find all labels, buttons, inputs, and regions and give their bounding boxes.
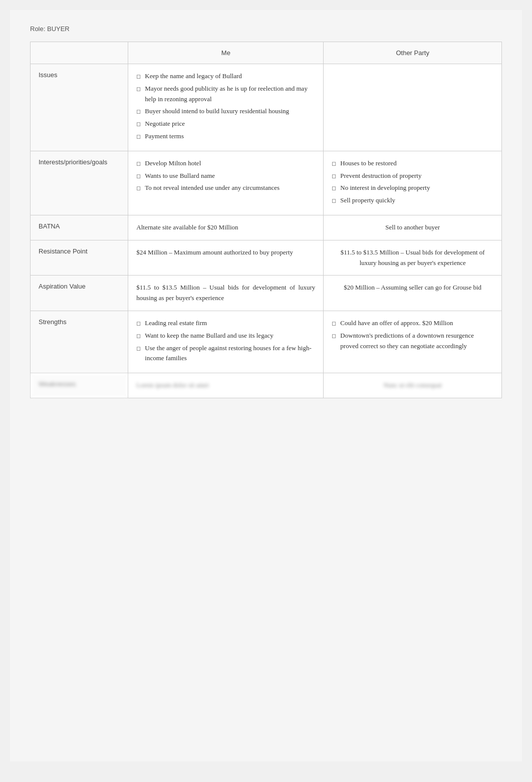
negotiation-table: Me Other Party IssuesKeep the name and l… [30, 42, 502, 398]
other-text-weaknesses: Nunc ut elit consequat [332, 380, 493, 391]
me-cell-weaknesses: Lorem ipsum dolor sit amet [128, 373, 324, 398]
me-text-batna: Alternate site available for $20 Million [136, 222, 315, 233]
me-cell-issues: Keep the name and legacy of BullardMayor… [128, 64, 324, 151]
role-label: Role: BUYER [30, 25, 502, 33]
category-cell-strengths: Strengths [31, 311, 128, 373]
me-text-resistance: $24 Million – Maximum amount authorized … [136, 247, 315, 258]
header-category [31, 42, 128, 64]
header-other: Other Party [324, 42, 502, 64]
list-item: No interest in developing property [332, 183, 493, 193]
other-bullets-strengths: Could have an offer of approx. $20 Milli… [332, 318, 493, 351]
category-cell-aspiration: Aspiration Value [31, 276, 128, 311]
category-cell-batna: BATNA [31, 215, 128, 240]
category-cell-interests: Interests/priorities/goals [31, 151, 128, 215]
other-text-aspiration: $20 Million – Assuming seller can go for… [332, 283, 493, 293]
me-cell-interests: Develop Milton hotelWants to use Bullard… [128, 151, 324, 215]
table-row-aspiration: Aspiration Value$11.5 to $13.5 Million –… [31, 276, 502, 311]
table-row-issues: IssuesKeep the name and legacy of Bullar… [31, 64, 502, 151]
list-item: Houses to be restored [332, 158, 493, 169]
category-cell-resistance: Resistance Point [31, 240, 128, 276]
other-cell-resistance: $11.5 to $13.5 Million – Usual bids for … [324, 240, 502, 276]
table-row-batna: BATNAAlternate site available for $20 Mi… [31, 215, 502, 240]
list-item: Mayor needs good publicity as he is up f… [136, 84, 315, 105]
me-cell-batna: Alternate site available for $20 Million [128, 215, 324, 240]
list-item: Payment terms [136, 131, 315, 142]
list-item: Buyer should intend to build luxury resi… [136, 106, 315, 117]
page-wrapper: Role: BUYER Me Other Party IssuesKeep th… [10, 10, 522, 761]
other-text-batna: Sell to another buyer [332, 222, 493, 233]
list-item: Downtown's predictions of a downtown res… [332, 331, 493, 352]
other-cell-strengths: Could have an offer of approx. $20 Milli… [324, 311, 502, 373]
list-item: Could have an offer of approx. $20 Milli… [332, 318, 493, 329]
table-row-interests: Interests/priorities/goalsDevelop Milton… [31, 151, 502, 215]
me-bullets-issues: Keep the name and legacy of BullardMayor… [136, 71, 315, 142]
me-bullets-strengths: Leading real estate firmWant to keep the… [136, 318, 315, 364]
me-cell-strengths: Leading real estate firmWant to keep the… [128, 311, 324, 373]
list-item: To not reveal intended use under any cir… [136, 183, 315, 193]
me-text-weaknesses: Lorem ipsum dolor sit amet [136, 380, 315, 391]
category-cell-issues: Issues [31, 64, 128, 151]
list-item: Develop Milton hotel [136, 158, 315, 169]
other-cell-aspiration: $20 Million – Assuming seller can go for… [324, 276, 502, 311]
table-row-weaknesses: WeaknessesLorem ipsum dolor sit ametNunc… [31, 373, 502, 398]
list-item: Use the anger of people against restorin… [136, 343, 315, 364]
other-cell-interests: Houses to be restoredPrevent destruction… [324, 151, 502, 215]
other-cell-issues [324, 64, 502, 151]
other-cell-batna: Sell to another buyer [324, 215, 502, 240]
me-text-aspiration: $11.5 to $13.5 Million – Usual bids for … [136, 283, 315, 304]
other-text-resistance: $11.5 to $13.5 Million – Usual bids for … [332, 247, 493, 269]
category-cell-weaknesses: Weaknesses [31, 373, 128, 398]
list-item: Want to keep the name Bullard and use it… [136, 331, 315, 341]
list-item: Leading real estate firm [136, 318, 315, 329]
me-cell-aspiration: $11.5 to $13.5 Million – Usual bids for … [128, 276, 324, 311]
table-row-strengths: StrengthsLeading real estate firmWant to… [31, 311, 502, 373]
list-item: Sell property quickly [332, 195, 493, 206]
other-cell-weaknesses: Nunc ut elit consequat [324, 373, 502, 398]
list-item: Wants to use Bullard name [136, 171, 315, 181]
list-item: Keep the name and legacy of Bullard [136, 71, 315, 82]
list-item: Prevent destruction of property [332, 171, 493, 181]
me-bullets-interests: Develop Milton hotelWants to use Bullard… [136, 158, 315, 193]
other-bullets-interests: Houses to be restoredPrevent destruction… [332, 158, 493, 206]
table-row-resistance: Resistance Point$24 Million – Maximum am… [31, 240, 502, 276]
header-me: Me [128, 42, 324, 64]
me-cell-resistance: $24 Million – Maximum amount authorized … [128, 240, 324, 276]
list-item: Negotiate price [136, 119, 315, 129]
